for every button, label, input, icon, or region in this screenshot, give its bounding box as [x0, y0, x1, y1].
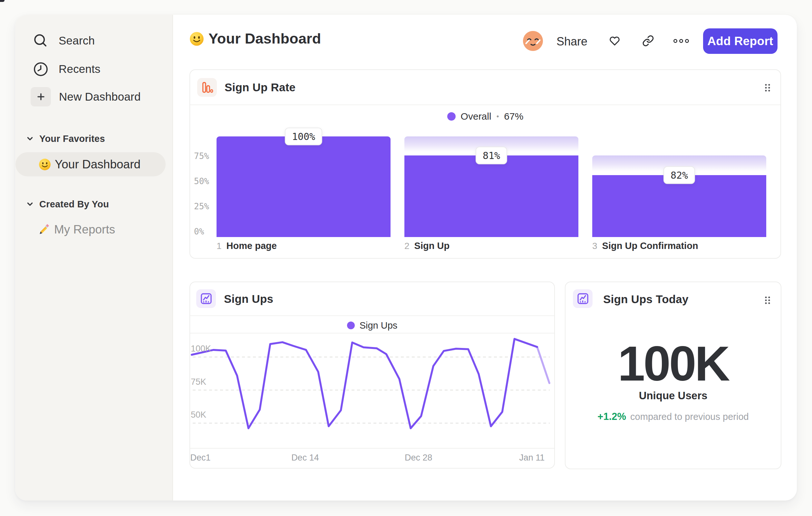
chevron-down-icon: [26, 135, 33, 142]
line-y-tick-label: 50K: [191, 409, 206, 420]
legend-dot: [447, 112, 456, 120]
card-title: Sign Up Rate: [225, 81, 295, 94]
sidebar-item-my-reports[interactable]: My Reports: [38, 222, 115, 237]
more-options-icon[interactable]: [673, 38, 690, 44]
chevron-down-icon: [26, 200, 33, 208]
funnel-step-number: 1: [216, 241, 222, 251]
delta-row: +1.2% compared to previous period: [565, 411, 781, 423]
sidebar-section-created-by-you[interactable]: Created By You: [26, 197, 109, 211]
sidebar-section-your-favorites[interactable]: Your Favorites: [26, 132, 105, 146]
funnel-value-chip: 81%: [475, 147, 507, 164]
sidebar-item-label: My Reports: [54, 223, 115, 236]
sidebar-item-search[interactable]: Search: [33, 32, 95, 49]
avatar[interactable]: [523, 31, 543, 51]
legend-series-label: Overall: [461, 111, 491, 122]
line-y-tick-label: 100K: [191, 343, 211, 354]
add-report-button[interactable]: Add Report: [703, 28, 778, 54]
smiley-emoji-icon: [39, 158, 51, 171]
sidebar-item-label: Search: [59, 34, 95, 47]
funnel-x-label: 2Sign Up: [404, 241, 450, 251]
sidebar-item-new-dashboard[interactable]: New Dashboard: [31, 87, 141, 106]
favorite-heart-icon[interactable]: [609, 35, 620, 47]
drag-handle-icon[interactable]: [764, 84, 772, 93]
funnel-step-number: 2: [404, 241, 410, 251]
big-number-label: Unique Users: [565, 389, 781, 402]
line-x-tick-label: Dec 14: [291, 453, 319, 463]
funnel-x-label: 1Home page: [216, 241, 277, 251]
line-chart: [190, 334, 555, 454]
delta-value: +1.2%: [598, 411, 626, 423]
line-legend: Sign Ups: [190, 318, 555, 333]
legend-overall-value: 67%: [504, 111, 523, 122]
funnel-value-chip: 100%: [285, 128, 322, 145]
copy-link-icon[interactable]: [642, 35, 654, 47]
share-button[interactable]: Share: [556, 35, 587, 48]
pencil-emoji-icon: [38, 223, 50, 236]
funnel-step-name: Home page: [227, 241, 277, 251]
legend-dot: [347, 322, 355, 329]
search-icon: [33, 33, 48, 48]
funnel-step-name: Sign Up Confirmation: [602, 241, 698, 251]
clock-icon: [33, 62, 48, 76]
x-axis-line: [190, 448, 554, 449]
legend-divider: [190, 333, 554, 333]
funnel-legend: Overall • 67%: [190, 109, 781, 124]
delta-note: compared to previous period: [630, 411, 749, 422]
section-label: Your Favorites: [39, 134, 105, 144]
funnel-step-name: Sign Up: [414, 241, 450, 251]
legend-separator: •: [497, 112, 499, 120]
window-corner-fragment: [0, 0, 4, 2]
card-header-divider: [190, 316, 554, 316]
line-x-tick-label: Dec1: [191, 453, 211, 463]
funnel-step-number: 3: [592, 241, 598, 251]
line-y-tick-label: 75K: [191, 376, 206, 388]
card-title: Sign Ups: [224, 293, 273, 305]
line-chart-icon: [573, 289, 592, 308]
card-title: Sign Ups Today: [603, 293, 689, 306]
section-label: Created By You: [39, 199, 109, 210]
card-header-divider: [190, 105, 780, 105]
sidebar-item-label: Your Dashboard: [55, 158, 141, 171]
line-x-tick-label: Jan 11: [519, 453, 545, 463]
funnel-bar: [404, 156, 578, 237]
page-title: Your Dashboard: [208, 30, 321, 47]
big-number-value: 100K: [565, 335, 781, 392]
drag-handle-icon[interactable]: [764, 296, 772, 306]
sidebar-item-recents[interactable]: Recents: [33, 61, 100, 77]
line-x-tick-label: Dec 28: [405, 453, 432, 463]
funnel-bar: [592, 175, 766, 237]
plus-icon: [31, 87, 51, 106]
line-chart-icon: [196, 289, 216, 308]
sidebar-item-your-dashboard[interactable]: Your Dashboard: [16, 152, 166, 176]
funnel-value-chip: 82%: [663, 166, 695, 184]
funnel-chart-icon: [197, 78, 217, 97]
funnel-bar: [216, 136, 390, 237]
sidebar-item-label: Recents: [59, 62, 100, 76]
funnel-x-label: 3Sign Up Confirmation: [592, 241, 698, 251]
smiley-emoji-icon: [190, 32, 204, 46]
sidebar-item-label: New Dashboard: [59, 90, 141, 103]
legend-series-label: Sign Ups: [359, 320, 398, 331]
